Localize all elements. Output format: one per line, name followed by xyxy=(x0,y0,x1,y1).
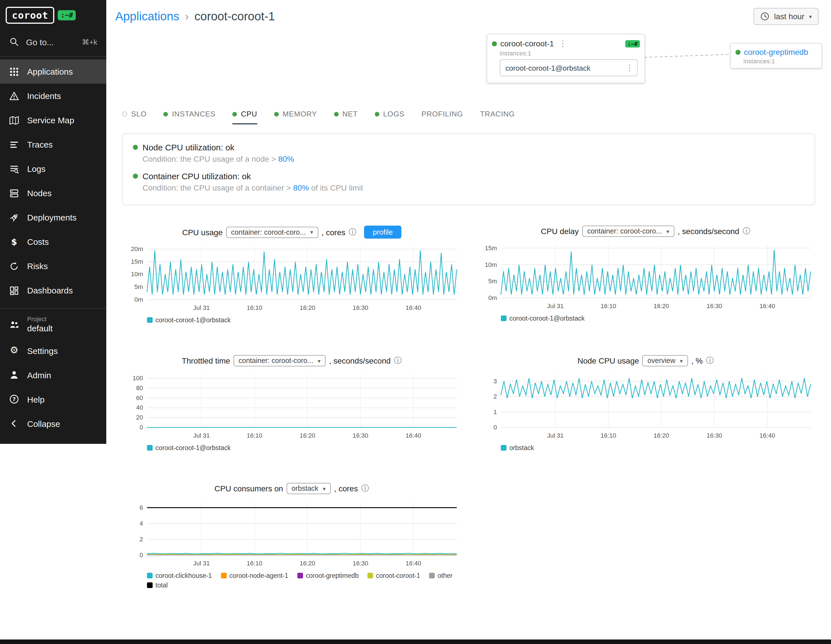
search-icon xyxy=(9,37,19,47)
kebab-menu-icon[interactable]: ⋮ xyxy=(557,38,568,49)
svg-text:5m: 5m xyxy=(134,283,143,290)
tab-cpu[interactable]: CPU xyxy=(232,110,257,124)
tab-memory[interactable]: MEMORY xyxy=(274,110,317,124)
service-name: coroot-coroot-1 xyxy=(500,39,554,48)
legend-item[interactable]: coroot-greptimedb xyxy=(297,572,359,579)
project-label: Project xyxy=(27,316,53,324)
line-chart-plot: 020406080100Jul 3116:1016:2016:3016:40 xyxy=(122,370,461,442)
legend-item[interactable]: coroot-clickhouse-1 xyxy=(147,572,212,579)
sidebar: coroot :~# Go to... ⌘+k Applications Inc… xyxy=(0,0,106,443)
svg-text:Jul 31: Jul 31 xyxy=(547,432,564,439)
chart-legend: coroot-coroot-1@orbstack xyxy=(501,315,815,322)
sidebar-item-service-map[interactable]: Service Map xyxy=(0,108,106,132)
container-selector[interactable]: container: coroot-coro...▾ xyxy=(234,355,326,367)
project-selector[interactable]: Project default xyxy=(0,311,106,338)
page-title: coroot-coroot-1 xyxy=(194,10,275,23)
chart-legend: orbstack xyxy=(501,445,815,451)
chart-title: Throttled time container: coroot-coro...… xyxy=(122,355,461,367)
service-card-coroot-coroot-1[interactable]: coroot-coroot-1 ⋮ :~# instances:1 coroot… xyxy=(487,34,645,83)
sidebar-item-settings[interactable]: ⚙ Settings xyxy=(0,338,106,363)
sidebar-item-traces[interactable]: Traces xyxy=(0,132,106,156)
svg-text:16:20: 16:20 xyxy=(299,304,315,311)
sidebar-item-incidents[interactable]: Incidents xyxy=(0,84,106,108)
kebab-menu-icon[interactable]: ⋮ xyxy=(624,63,635,73)
tab-tracing[interactable]: TRACING xyxy=(480,110,515,124)
help-circle-icon: ? xyxy=(9,394,19,404)
legend-item[interactable]: coroot-coroot-1@orbstack xyxy=(147,317,231,324)
coroot-logo[interactable]: coroot :~# xyxy=(0,0,106,29)
svg-text:0m: 0m xyxy=(134,296,143,303)
status-dot-green xyxy=(334,112,338,116)
container-selector[interactable]: container: coroot-coro...▾ xyxy=(582,226,674,237)
info-icon[interactable]: ⓘ xyxy=(349,227,357,237)
trace-spans-icon xyxy=(9,139,19,150)
tab-slo[interactable]: SLO xyxy=(122,110,146,124)
chart-unit: , cores xyxy=(322,228,345,237)
legend-item[interactable]: orbstack xyxy=(501,445,534,451)
project-name: default xyxy=(27,324,53,334)
sidebar-item-deployments[interactable]: Deployments xyxy=(0,205,106,230)
tab-profiling[interactable]: PROFILING xyxy=(422,110,463,124)
profile-button[interactable]: profile xyxy=(365,226,401,239)
info-icon[interactable]: ⓘ xyxy=(394,355,402,366)
info-icon[interactable]: ⓘ xyxy=(361,483,369,494)
svg-text:Jul 31: Jul 31 xyxy=(193,432,210,439)
throttled-time-chart: Throttled time container: coroot-coro...… xyxy=(122,355,461,451)
legend-item[interactable]: coroot-coroot-1 xyxy=(368,572,420,579)
container-selector[interactable]: container: coroot-coro...▾ xyxy=(226,226,318,238)
dollar-icon: $ xyxy=(9,237,19,247)
sidebar-item-admin[interactable]: Admin xyxy=(0,363,106,387)
legend-item[interactable]: coroot-node-agent-1 xyxy=(221,572,288,579)
legend-item[interactable]: other xyxy=(429,572,452,579)
tab-instances[interactable]: INSTANCES xyxy=(163,110,215,124)
legend-swatch xyxy=(501,445,506,451)
svg-text:16:10: 16:10 xyxy=(247,560,262,567)
sidebar-item-nodes[interactable]: Nodes xyxy=(0,181,106,205)
threshold-link[interactable]: 80% xyxy=(278,155,294,163)
instances-count: instances:1 xyxy=(743,58,821,64)
svg-text:16:30: 16:30 xyxy=(707,303,722,309)
info-icon[interactable]: ⓘ xyxy=(706,355,714,366)
go-to-search[interactable]: Go to... ⌘+k xyxy=(0,29,106,54)
cpu-usage-chart: CPU usage container: coroot-coro...▾ , c… xyxy=(122,226,461,324)
time-range-label: last hour xyxy=(774,12,804,21)
sidebar-item-costs[interactable]: $ Costs xyxy=(0,230,106,254)
threshold-link[interactable]: 80% xyxy=(293,183,309,192)
service-card-coroot-greptimedb[interactable]: coroot-greptimedb instances:1 xyxy=(731,43,822,69)
legend-item[interactable]: coroot-coroot-1@orbstack xyxy=(147,445,231,451)
legend-swatch xyxy=(147,582,153,588)
chevron-down-icon: ▾ xyxy=(310,229,313,235)
sidebar-item-collapse[interactable]: Collapse xyxy=(0,411,106,436)
chart-title: CPU usage container: coroot-coro...▾ , c… xyxy=(122,226,461,239)
chevron-down-icon: ▾ xyxy=(318,358,320,364)
instance-item[interactable]: coroot-coroot-1@orbstack ⋮ xyxy=(500,59,638,77)
overview-selector[interactable]: overview▾ xyxy=(643,355,688,367)
time-range-picker[interactable]: last hour ▾ xyxy=(754,8,818,25)
svg-text:16:40: 16:40 xyxy=(406,432,421,439)
sidebar-item-risks[interactable]: Risks xyxy=(0,254,106,278)
status-dot-green xyxy=(274,112,279,116)
node-selector[interactable]: orbstack▾ xyxy=(287,483,331,494)
svg-text:2: 2 xyxy=(494,393,497,400)
legend-swatch xyxy=(221,573,226,579)
legend-item[interactable]: total xyxy=(147,582,461,588)
legend-item[interactable]: coroot-coroot-1@orbstack xyxy=(501,315,584,322)
check-row: Container CPU utilization: ok xyxy=(133,171,804,181)
line-chart-plot: 0m5m10m15mJul 3116:1016:2016:3016:40 xyxy=(476,240,815,312)
sidebar-item-label: Incidents xyxy=(27,91,61,100)
instance-name: coroot-coroot-1@orbstack xyxy=(505,64,591,72)
map-icon xyxy=(9,115,19,125)
dashboard-tiles-icon xyxy=(9,285,19,295)
sidebar-item-help[interactable]: ? Help xyxy=(0,387,106,411)
service-link[interactable]: coroot-greptimedb xyxy=(744,48,808,57)
breadcrumb-applications-link[interactable]: Applications xyxy=(115,10,179,23)
info-icon[interactable]: ⓘ xyxy=(742,226,750,236)
tab-logs[interactable]: LOGS xyxy=(375,110,404,124)
tab-net[interactable]: NET xyxy=(334,110,358,124)
sidebar-item-dashboards[interactable]: Dashboards xyxy=(0,278,106,303)
chart-unit: , seconds/second xyxy=(329,356,391,365)
status-dot-green xyxy=(133,174,138,179)
status-dot-empty xyxy=(122,112,127,116)
sidebar-item-logs[interactable]: Logs xyxy=(0,156,106,181)
sidebar-item-applications[interactable]: Applications xyxy=(0,59,106,84)
